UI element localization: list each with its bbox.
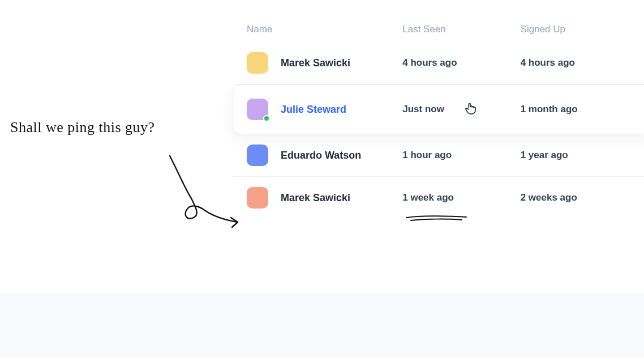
- user-table: Name Last Seen Signed Up Marek Sawicki 4…: [233, 17, 644, 219]
- table-header-row: Name Last Seen Signed Up: [233, 17, 644, 42]
- annotation-arrow-icon: [10, 136, 248, 249]
- col-header-name: Name: [247, 24, 402, 35]
- table-row[interactable]: Marek Sawicki 4 hours ago 4 hours ago: [233, 42, 644, 84]
- signed-up: 4 hours ago: [521, 57, 638, 69]
- user-name: Marek Sawicki: [281, 57, 350, 69]
- avatar: [247, 144, 268, 166]
- avatar: [247, 99, 268, 120]
- pointer-cursor-icon: [465, 101, 477, 117]
- footer-band: [0, 294, 644, 357]
- annotation-text: Shall we ping this guy?: [10, 119, 248, 136]
- last-seen: 4 hours ago: [402, 57, 520, 69]
- last-seen: Just now: [402, 104, 444, 115]
- user-name: Eduardo Watson: [281, 150, 361, 162]
- avatar: [247, 187, 268, 209]
- table-row[interactable]: Julie Steward Just now 1 month ago: [233, 84, 644, 134]
- presence-dot-icon: [263, 115, 270, 122]
- col-header-signed-up: Signed Up: [521, 24, 638, 35]
- last-seen: 1 hour ago: [402, 150, 520, 161]
- annotation: Shall we ping this guy?: [10, 119, 248, 244]
- user-name[interactable]: Julie Steward: [281, 104, 346, 116]
- user-name: Marek Sawicki: [281, 192, 350, 204]
- table-row[interactable]: Eduardo Watson 1 hour ago 1 year ago: [233, 134, 644, 177]
- signed-up: 2 weeks ago: [521, 192, 638, 203]
- col-header-last-seen: Last Seen: [402, 24, 520, 35]
- signed-up: 1 month ago: [521, 104, 638, 115]
- signed-up: 1 year ago: [521, 150, 638, 161]
- table-row[interactable]: Marek Sawicki 1 week ago 2 weeks ago: [233, 177, 644, 219]
- avatar: [247, 52, 268, 74]
- last-seen: 1 week ago: [402, 192, 520, 203]
